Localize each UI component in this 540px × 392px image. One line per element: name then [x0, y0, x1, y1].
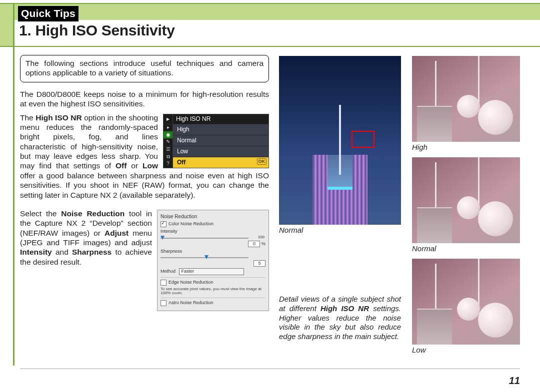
left-column: The following sections introduce useful …	[20, 55, 269, 313]
right-column: High Normal Low	[412, 56, 520, 360]
camera-menu-item-off-label: Off	[177, 159, 186, 166]
photo-main-label: Normal	[279, 226, 401, 235]
page-number: 11	[509, 375, 520, 387]
nx-color-nr: Color Noise Reduction	[168, 222, 214, 227]
building-illustration	[339, 105, 341, 175]
nx-astro: Astro Noise Reduction	[168, 301, 214, 306]
nx-method-label: Method	[160, 269, 176, 274]
ok-badge: OK	[257, 158, 267, 165]
detail-crop-high-label: High	[412, 143, 520, 152]
nx-intensity-unit: %	[262, 241, 266, 246]
nx-sharpness-value: 5	[254, 260, 266, 267]
camera-menu-title: High ISO NR	[173, 114, 268, 124]
camera-icon: ◉	[164, 131, 172, 138]
checkbox-icon	[160, 300, 166, 306]
intro-callout: The following sections introduce useful …	[20, 55, 269, 82]
detail-crop-high	[412, 56, 520, 142]
para-iso-nr-block: ▸ High ISO NR ▸ ◉ ✎ ☰ ⧉ ? High Normal	[20, 113, 269, 204]
slider-thumb-icon	[160, 236, 164, 240]
nx-intensity-label: Intensity	[160, 229, 266, 234]
left-rule	[13, 3, 14, 366]
page-root: Quick Tips 1. High ISO Sensitivity The f…	[0, 0, 540, 392]
detail-crop-normal-label: Normal	[412, 244, 520, 254]
sample-photo-main	[279, 56, 401, 225]
para-nx-block: Noise Reduction Color Noise Reduction In…	[20, 209, 269, 313]
detail-caption: Detail views of a single subject shot at…	[279, 295, 401, 342]
crop-indicator-box	[352, 131, 374, 148]
back-arrow-icon: ▸	[164, 114, 173, 124]
camera-menu-screenshot: ▸ High ISO NR ▸ ◉ ✎ ☰ ⧉ ? High Normal	[163, 114, 269, 168]
camera-menu-item-low: Low	[173, 146, 268, 157]
capture-nx2-panel-screenshot: Noise Reduction Color Noise Reduction In…	[157, 210, 269, 311]
nx-intensity-max: 100	[258, 235, 264, 240]
nx-intensity-slider: 100	[160, 238, 248, 239]
detail-crop-low-label: Low	[412, 346, 520, 355]
camera-menu-item-off: Off OK	[173, 157, 268, 168]
camera-menu-item-normal: Normal	[173, 135, 268, 146]
camera-menu-item-high: High	[173, 124, 268, 135]
eyebrow-label: Quick Tips	[18, 6, 78, 21]
checkbox-icon	[160, 221, 166, 227]
nx-footer-note: To see accurate pixel values, you must v…	[160, 287, 266, 296]
camera-menu-options: High Normal Low Off OK	[173, 124, 268, 168]
slider-thumb-icon	[204, 255, 208, 259]
nx-sharpness-label: Sharpness	[160, 249, 266, 254]
camera-menu-side-icons: ▸ ◉ ✎ ☰ ⧉ ?	[164, 124, 173, 168]
nx-sharpness-slider	[160, 257, 248, 258]
nx-edge-nr: Edge Noise Reduction	[168, 280, 214, 285]
section-title: 1. High ISO Sensitivity	[19, 21, 175, 40]
middle-column: Normal	[279, 56, 401, 235]
para-noise: The D800/D800E keeps noise to a minimum …	[20, 89, 269, 109]
detail-crop-low	[412, 259, 520, 345]
footer-rule	[20, 369, 520, 369]
detail-crop-normal	[412, 157, 520, 243]
nx-intensity-value: 0	[248, 241, 260, 247]
nx-title: Noise Reduction	[160, 214, 266, 220]
nx-method-select: Faster	[179, 268, 244, 275]
checkbox-icon	[160, 280, 166, 286]
